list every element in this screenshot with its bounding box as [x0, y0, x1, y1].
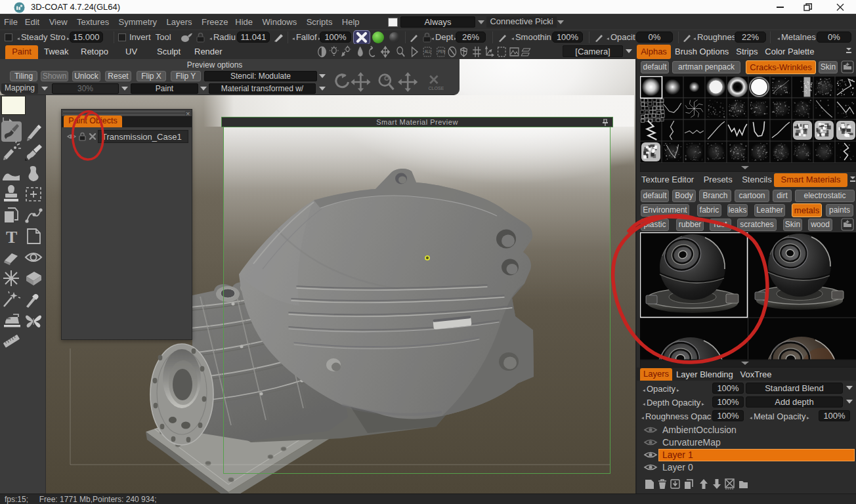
- svg-text:T: T: [6, 228, 17, 247]
- svg-text:ALL: ALL: [425, 49, 431, 54]
- svg-text:CLOSE: CLOSE: [428, 86, 444, 91]
- svg-text:PEN: PEN: [438, 49, 445, 54]
